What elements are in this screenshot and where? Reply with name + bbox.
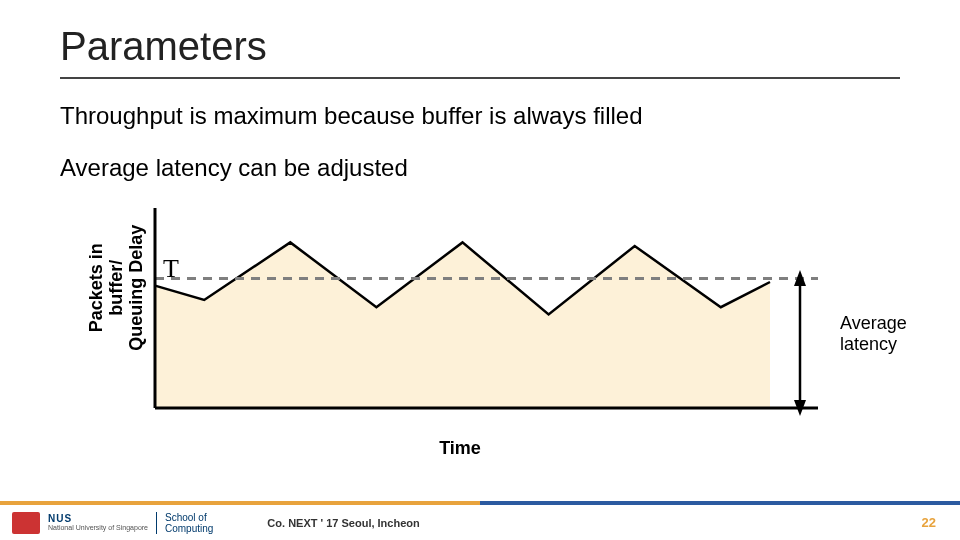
org-logo-block: NUS National University of Singapore Sch… [12, 512, 213, 534]
body-line-1: Throughput is maximum because buffer is … [60, 102, 900, 130]
school-l2: Computing [165, 523, 213, 534]
org-full: National University of Singapore [48, 524, 148, 531]
avg-latency-label-l1: Average [840, 313, 907, 333]
school-l1: School of [165, 512, 207, 523]
chart-fill [155, 242, 770, 408]
chart-area: Packets in buffer/ Queuing Delay T Avera… [100, 208, 820, 438]
x-axis-label: Time [100, 438, 820, 459]
y-axis-label: Packets in buffer/ Queuing Delay [87, 213, 146, 363]
org-abbr: NUS [48, 514, 148, 524]
conference-text: Co. NEXT ' 17 Seoul, Incheon [267, 517, 419, 529]
avg-latency-label: Average latency [840, 313, 907, 354]
nus-crest-icon [12, 512, 40, 534]
y-axis-label-line2: Queuing Delay [127, 213, 147, 363]
y-axis-label-line1: Packets in buffer/ [87, 213, 127, 363]
school-name: School of Computing [165, 512, 213, 534]
slide-title: Parameters [60, 24, 900, 79]
body-line-2: Average latency can be adjusted [60, 154, 900, 182]
footer-divider [156, 512, 157, 534]
chart-svg [100, 208, 820, 438]
threshold-label: T [163, 254, 179, 284]
footer: NUS National University of Singapore Sch… [0, 505, 960, 540]
page-number: 22 [922, 515, 936, 530]
avg-latency-label-l2: latency [840, 334, 897, 354]
